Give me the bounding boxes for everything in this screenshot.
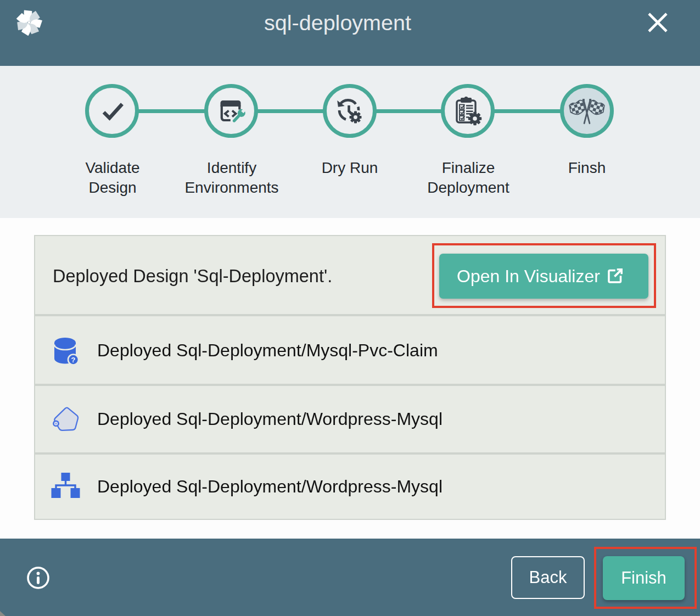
svg-text:?: ?: [71, 356, 76, 364]
